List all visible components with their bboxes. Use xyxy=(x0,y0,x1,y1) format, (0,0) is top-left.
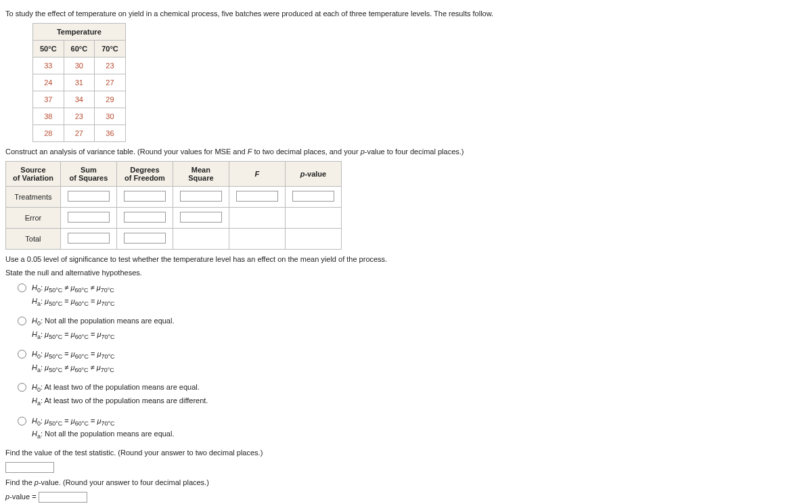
col-60c: 60°C xyxy=(64,41,95,58)
input-error-df[interactable] xyxy=(124,212,166,223)
input-error-ss[interactable] xyxy=(68,212,110,223)
input-treatments-df[interactable] xyxy=(124,191,166,202)
anova-h-source: Sourceof Variation xyxy=(6,162,61,187)
input-total-ss[interactable] xyxy=(68,233,110,244)
table-row: 24 31 27 xyxy=(33,74,126,91)
input-treatments-ss[interactable] xyxy=(68,191,110,202)
anova-h-f: F xyxy=(229,162,285,187)
temperature-data-table: Temperature 50°C 60°C 70°C 33 30 23 24 3… xyxy=(32,23,126,142)
temp-header: Temperature xyxy=(33,24,126,41)
test-statistic-input[interactable] xyxy=(5,462,54,473)
hyp-radio-2[interactable] xyxy=(18,317,26,325)
problem-intro: To study the effect of temperature on yi… xyxy=(5,9,807,18)
input-total-df[interactable] xyxy=(124,233,166,244)
input-treatments-f[interactable] xyxy=(236,191,278,202)
anova-row-total: Total xyxy=(6,229,342,250)
find-p-value: Find the p-value. (Round your answer to … xyxy=(5,478,807,486)
col-70c: 70°C xyxy=(95,41,126,58)
anova-h-ss: Sumof Squares xyxy=(60,162,116,187)
input-treatments-p[interactable] xyxy=(292,191,334,202)
find-test-stat: Find the value of the test statistic. (R… xyxy=(5,449,807,457)
anova-table: Sourceof Variation Sumof Squares Degrees… xyxy=(5,161,342,250)
p-value-input[interactable] xyxy=(39,492,87,503)
table-row: 28 27 36 xyxy=(33,125,126,142)
hypothesis-options: H0: μ50°C ≠ μ60°C ≠ μ70°C Ha: μ50°C = μ6… xyxy=(18,282,807,442)
significance-instruction: Use a 0.05 level of significance to test… xyxy=(5,255,807,263)
input-treatments-ms[interactable] xyxy=(180,191,222,202)
hyp-radio-5[interactable] xyxy=(18,417,26,426)
input-error-ms[interactable] xyxy=(180,212,222,223)
hyp-radio-3[interactable] xyxy=(18,350,26,359)
p-value-line: p-value = xyxy=(5,492,807,503)
hyp-radio-4[interactable] xyxy=(18,383,26,392)
hyp-radio-1[interactable] xyxy=(18,283,26,292)
anova-h-ms: MeanSquare xyxy=(173,162,229,187)
hyp-option-2[interactable]: H0: Not all the population means are equ… xyxy=(18,315,807,342)
table-row: 37 34 29 xyxy=(33,91,126,108)
anova-h-p: p-value xyxy=(285,162,341,187)
table-row: 33 30 23 xyxy=(33,58,126,74)
table-row: 38 23 30 xyxy=(33,108,126,125)
col-50c: 50°C xyxy=(33,41,64,58)
anova-instruction: Construct an analysis of variance table.… xyxy=(5,147,807,156)
anova-h-df: Degreesof Freedom xyxy=(116,162,173,187)
hyp-option-5[interactable]: H0: μ50°C = μ60°C = μ70°C Ha: Not all th… xyxy=(18,415,807,442)
hyp-option-1[interactable]: H0: μ50°C ≠ μ60°C ≠ μ70°C Ha: μ50°C = μ6… xyxy=(18,282,807,308)
state-hypotheses: State the null and alternative hypothese… xyxy=(5,269,807,277)
hyp-option-4[interactable]: H0: At least two of the population means… xyxy=(18,382,807,408)
anova-row-error: Error xyxy=(6,208,342,229)
hyp-option-3[interactable]: H0: μ50°C = μ60°C = μ70°C Ha: μ50°C ≠ μ6… xyxy=(18,348,807,375)
anova-row-treatments: Treatments xyxy=(6,187,342,208)
